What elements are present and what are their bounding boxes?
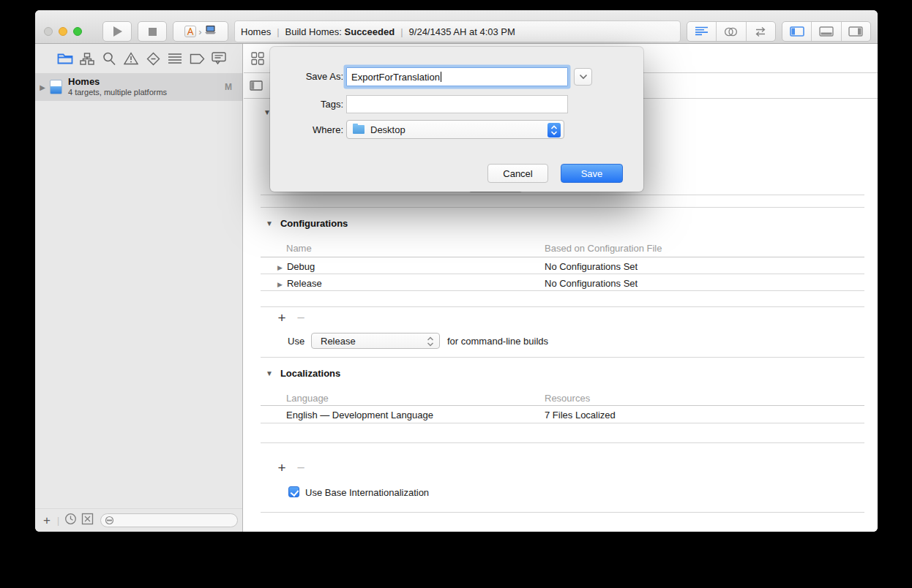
config-row-value: No Configurations Set xyxy=(545,278,638,289)
activity-separator: | xyxy=(277,26,279,37)
divider xyxy=(261,442,864,443)
tab-report-navigator[interactable] xyxy=(211,48,227,69)
standard-editor-icon xyxy=(695,26,709,37)
activity-project: Homes xyxy=(241,26,271,37)
related-items-icon xyxy=(251,52,264,65)
tab-breakpoint-navigator[interactable] xyxy=(189,48,205,69)
tab-symbol-navigator[interactable] xyxy=(79,48,95,69)
add-localization-button[interactable]: + xyxy=(276,460,288,476)
related-items-button[interactable] xyxy=(251,52,264,68)
report-bubble-icon xyxy=(212,52,226,65)
project-name: Homes xyxy=(68,76,225,88)
use-base-internationalization-checkbox[interactable] xyxy=(288,486,299,497)
stop-button[interactable] xyxy=(138,21,167,42)
minimize-window-button[interactable] xyxy=(59,27,67,36)
toggle-debug-area-button[interactable] xyxy=(811,22,840,41)
expand-dialog-button[interactable] xyxy=(574,68,592,86)
disclosure-triangle-icon[interactable]: ▶ xyxy=(35,83,50,91)
where-popup[interactable]: Desktop xyxy=(346,120,564,139)
where-label: Where: xyxy=(270,124,343,135)
cancel-button[interactable]: Cancel xyxy=(487,164,548,183)
editor-mode-group xyxy=(687,21,776,42)
activity-time: 9/24/1435 AH at 4:03 PM xyxy=(409,26,515,37)
localizations-section-header: ▼ Localizations xyxy=(266,368,340,379)
add-file-button[interactable]: + xyxy=(40,513,54,528)
chevron-down-icon xyxy=(579,74,588,80)
divider xyxy=(261,423,864,423)
navigator-sidebar: ▶ Homes 4 targets, multiple platforms M … xyxy=(35,44,243,532)
close-window-button[interactable] xyxy=(44,27,53,36)
tags-input[interactable] xyxy=(346,95,568,113)
divider xyxy=(261,274,864,274)
assistant-editor-icon xyxy=(724,26,738,37)
column-header-resources: Resources xyxy=(545,393,590,404)
popup-value: Release xyxy=(312,336,356,347)
tab-test-navigator[interactable] xyxy=(145,48,161,69)
popup-stepper-icon xyxy=(427,336,434,349)
activity-view: Homes | Build Homes: Succeeded | 9/24/14… xyxy=(234,20,681,42)
configurations-section-header: ▼ Configurations xyxy=(266,218,348,229)
disclosure-right-icon: ▶ xyxy=(277,264,283,271)
play-icon xyxy=(113,26,122,37)
divider xyxy=(261,306,864,307)
view-toggle-group xyxy=(782,21,871,42)
disclosure-down-icon[interactable]: ▼ xyxy=(266,219,273,227)
stop-icon xyxy=(149,28,157,36)
save-dialog: Save As: ExportForTranslation Tags: Wher… xyxy=(270,47,643,192)
save-button-label: Save xyxy=(581,168,603,179)
navigator-filter-bar: + | xyxy=(35,508,242,532)
popup-stepper xyxy=(547,123,561,137)
config-row-value: No Configurations Set xyxy=(545,261,638,272)
cancel-button-label: Cancel xyxy=(503,168,532,179)
project-subtitle: 4 targets, multiple platforms xyxy=(68,88,225,98)
sidebar-toggle-icon xyxy=(250,80,263,91)
divider xyxy=(261,195,864,195)
remove-configuration-button[interactable]: − xyxy=(295,310,307,326)
utilities-panel-icon xyxy=(848,26,863,37)
save-as-input[interactable]: ExportForTranslation xyxy=(346,67,568,86)
command-line-builds-label: for command-line builds xyxy=(447,336,548,347)
tags-label: Tags: xyxy=(270,99,343,110)
disclosure-down-icon[interactable]: ▼ xyxy=(266,369,273,377)
filter-icon xyxy=(105,516,114,525)
list-lines-icon xyxy=(168,53,182,64)
tab-find-navigator[interactable] xyxy=(101,48,117,69)
run-button[interactable] xyxy=(102,21,132,42)
column-header-name: Name xyxy=(286,243,312,254)
breakpoint-tag-icon xyxy=(190,53,205,64)
tab-issue-navigator[interactable] xyxy=(123,48,139,69)
navigator-tab-bar xyxy=(35,44,242,73)
destination-mac-icon xyxy=(204,25,217,38)
navigator-panel-icon xyxy=(790,26,804,37)
divider xyxy=(261,290,864,291)
navigator-filter-input[interactable] xyxy=(100,513,238,527)
toggle-targets-list-button[interactable] xyxy=(250,80,263,94)
save-as-value: ExportForTranslation xyxy=(351,72,440,83)
app-scheme-icon xyxy=(184,26,196,37)
project-row-homes[interactable]: ▶ Homes 4 targets, multiple platforms M xyxy=(35,73,242,101)
command-line-config-popup[interactable]: Release xyxy=(311,333,440,349)
search-icon xyxy=(102,52,116,66)
remove-localization-button[interactable]: − xyxy=(295,460,307,476)
column-header-language: Language xyxy=(286,393,329,404)
standard-editor-button[interactable] xyxy=(687,22,716,41)
toggle-utilities-button[interactable] xyxy=(841,22,870,41)
scheme-selector[interactable]: › xyxy=(173,21,228,42)
tab-debug-navigator[interactable] xyxy=(167,48,183,69)
zoom-window-button[interactable] xyxy=(73,27,82,36)
tab-project-navigator[interactable] xyxy=(57,48,73,69)
toggle-navigator-button[interactable] xyxy=(782,22,811,41)
version-editor-button[interactable] xyxy=(746,22,775,41)
add-configuration-button[interactable]: + xyxy=(276,310,288,326)
version-editor-icon xyxy=(753,26,768,37)
scm-status-filter-button[interactable] xyxy=(81,513,94,528)
config-row-name: ▶Debug xyxy=(277,261,315,272)
section-title: Localizations xyxy=(280,368,340,379)
use-label: Use xyxy=(288,336,304,347)
save-button[interactable]: Save xyxy=(561,164,623,183)
localization-resources: 7 Files Localized xyxy=(545,410,616,421)
diamond-icon xyxy=(146,52,160,66)
localization-language: English — Development Language xyxy=(286,410,433,421)
recent-files-filter-button[interactable] xyxy=(64,513,77,528)
assistant-editor-button[interactable] xyxy=(716,22,745,41)
